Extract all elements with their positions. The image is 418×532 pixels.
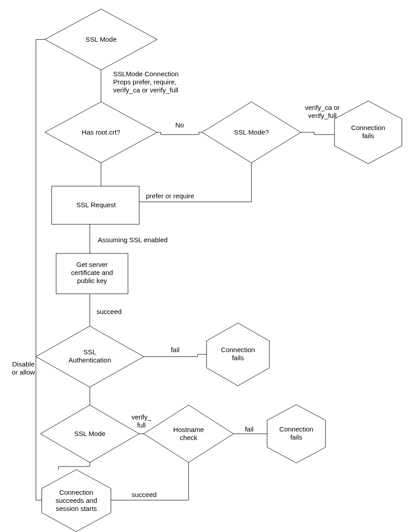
- edge-fail-1-label: fail: [171, 346, 179, 353]
- edge-fail-2-label: fail: [245, 425, 253, 433]
- ssl-mode-q-label: SSL Mode?: [234, 128, 269, 136]
- edge-disable-allow-label-2: or allow: [12, 368, 35, 376]
- edge-sslmode-props-2: Props prefer, require,: [113, 78, 176, 86]
- edge-succeed-1-label: succeed: [97, 308, 122, 315]
- connection-fails-3-l2: fails: [290, 433, 303, 441]
- has-root-crt-label: Has root.crt?: [82, 128, 120, 136]
- ssl-mode-bottom-label: SSL Mode: [74, 430, 106, 437]
- edge-verify-ca-full-2: verify_full: [308, 112, 336, 119]
- get-server-cert-l1: Get server: [76, 261, 108, 268]
- edge-no: [157, 132, 202, 135]
- ssl-request-label: SSL Request: [76, 201, 116, 209]
- hostname-check-l1: Hostname: [173, 426, 204, 433]
- connection-fails-2-l1: Connection: [221, 346, 255, 353]
- ssl-auth-l1: SSL: [84, 348, 96, 356]
- edge-verify-full-l2: full: [137, 421, 145, 429]
- edge-assume-ssl-label: Assuming SSL enabled: [98, 236, 167, 244]
- connection-fails-1-l1: Connection: [351, 124, 385, 131]
- edge-mode-to-success: [58, 462, 90, 470]
- connection-fails-3-l1: Connection: [279, 425, 313, 433]
- edge-sslmode-props-3: verify_ca or verify_full: [113, 86, 178, 94]
- conn-succ-l1: Connection: [59, 488, 93, 496]
- connection-fails-2-l2: fails: [232, 354, 244, 362]
- edge-verify-ca-full-1: verify_ca or: [305, 104, 340, 111]
- get-server-cert-l2: certificate and: [71, 269, 113, 276]
- edge-prefer-require-label: prefer or require: [146, 192, 194, 200]
- edge-succeed-2-label: succeed: [132, 491, 157, 498]
- edge-disable-allow-label-1: Disable: [12, 360, 35, 368]
- edge-sslmode-props-1: SSLMode Connection: [113, 70, 179, 78]
- connection-fails-1-l2: fails: [362, 132, 374, 140]
- get-server-cert-l3: public key: [77, 277, 107, 284]
- ssl-auth-l2: Authentication: [68, 356, 111, 364]
- edge-no-label: No: [175, 121, 184, 129]
- hostname-check-l2: check: [180, 434, 198, 441]
- edge-disable-allow: [36, 39, 45, 500]
- edge-verify-full-l1: verify_: [132, 413, 152, 421]
- conn-succ-l2: succeeds and: [56, 497, 97, 504]
- conn-succ-l3: session starts: [56, 505, 97, 512]
- edge-fail-1: [144, 354, 207, 357]
- ssl-mode-top-label: SSL Mode: [85, 35, 117, 43]
